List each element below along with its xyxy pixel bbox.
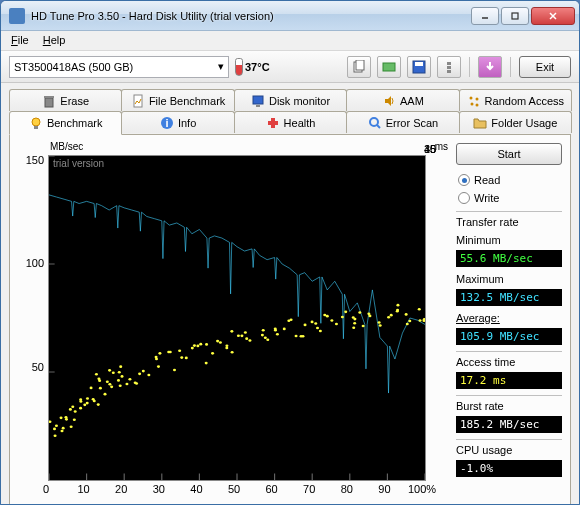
copy-info-button[interactable] (347, 56, 371, 78)
tab-disk-monitor[interactable]: Disk monitor (234, 89, 347, 111)
scan-icon (368, 116, 382, 130)
tab-info[interactable]: iInfo (121, 111, 234, 133)
svg-point-123 (283, 328, 286, 331)
toolbar-divider-2 (510, 57, 511, 77)
svg-rect-16 (256, 105, 260, 107)
svg-point-65 (93, 400, 96, 403)
minimize-button[interactable] (471, 7, 499, 25)
folder-icon (473, 116, 487, 130)
svg-point-134 (316, 327, 319, 330)
tab-error-scan[interactable]: Error Scan (346, 111, 459, 133)
menubar: File Help (1, 31, 579, 51)
svg-rect-14 (134, 95, 142, 107)
svg-point-155 (405, 313, 408, 316)
menu-file[interactable]: File (5, 33, 35, 48)
y-axis-left: 50100150 (18, 143, 46, 497)
svg-rect-26 (268, 121, 278, 125)
svg-point-97 (185, 357, 188, 360)
menu-help[interactable]: Help (37, 33, 72, 48)
tab-aam[interactable]: AAM (346, 89, 459, 111)
screenshot-button[interactable] (377, 56, 401, 78)
y-axis-right-unit: ms (435, 141, 448, 152)
svg-point-76 (108, 383, 111, 386)
svg-point-91 (157, 365, 160, 368)
write-radio[interactable]: Write (456, 191, 562, 205)
minimum-value: 55.6 MB/sec (456, 250, 562, 267)
toolbar: ST3500418AS (500 GB) ▾ 37°C Exit (1, 51, 579, 83)
svg-point-61 (86, 397, 89, 400)
average-label: Average: (456, 312, 562, 324)
svg-point-142 (353, 322, 356, 325)
svg-point-44 (54, 434, 57, 437)
chart-area: MB/sec ms 50100150 153045 trial version … (18, 143, 450, 497)
svg-point-127 (295, 335, 298, 338)
svg-rect-9 (447, 62, 451, 65)
x-axis: 0102030405060708090100% (46, 483, 422, 497)
titlebar[interactable]: HD Tune Pro 3.50 - Hard Disk Utility (tr… (1, 1, 579, 31)
tab-benchmark[interactable]: Benchmark (9, 111, 122, 135)
chart-canvas: trial version (48, 155, 426, 481)
svg-point-98 (180, 356, 183, 359)
svg-point-156 (396, 310, 399, 313)
drive-select[interactable]: ST3500418AS (500 GB) ▾ (9, 56, 229, 78)
tab-file-benchmark[interactable]: File Benchmark (121, 89, 234, 111)
skip-button[interactable] (478, 56, 502, 78)
tab-erase[interactable]: Erase (9, 89, 122, 111)
svg-point-109 (225, 344, 228, 347)
svg-point-110 (230, 330, 233, 333)
maximize-button[interactable] (501, 7, 529, 25)
svg-point-27 (370, 118, 378, 126)
average-value: 105.9 MB/sec (456, 328, 562, 345)
read-radio[interactable]: Read (456, 173, 562, 187)
svg-rect-12 (45, 98, 53, 107)
svg-point-129 (301, 335, 304, 338)
svg-point-117 (261, 334, 264, 337)
svg-rect-11 (447, 70, 451, 73)
svg-point-106 (216, 340, 219, 343)
svg-point-86 (135, 382, 138, 385)
options-button[interactable] (437, 56, 461, 78)
svg-point-145 (362, 325, 365, 328)
svg-point-119 (266, 338, 269, 341)
radio-icon (458, 174, 470, 186)
speaker-icon (382, 94, 396, 108)
window-title: HD Tune Pro 3.50 - Hard Disk Utility (tr… (31, 10, 469, 22)
radio-icon (458, 192, 470, 204)
svg-point-52 (70, 425, 73, 428)
svg-point-45 (53, 428, 56, 431)
svg-point-55 (71, 405, 74, 408)
y-axis-left-unit: MB/sec (50, 141, 83, 152)
app-window: HD Tune Pro 3.50 - Hard Disk Utility (tr… (0, 0, 580, 505)
monitor-icon (251, 94, 265, 108)
svg-point-95 (178, 349, 181, 352)
start-button[interactable]: Start (456, 143, 562, 165)
svg-point-62 (90, 387, 93, 390)
tab-health[interactable]: Health (234, 111, 347, 133)
svg-point-83 (128, 378, 131, 381)
svg-rect-13 (44, 96, 54, 98)
svg-point-20 (475, 103, 478, 106)
tab-area: EraseFile BenchmarkDisk monitorAAMRandom… (1, 83, 579, 505)
svg-point-143 (352, 326, 355, 329)
svg-point-51 (69, 408, 72, 411)
svg-rect-5 (356, 60, 364, 70)
svg-point-60 (79, 398, 82, 401)
tab-random-access[interactable]: Random Access (459, 89, 572, 111)
svg-point-94 (169, 351, 172, 354)
toolbar-divider (469, 57, 470, 77)
burst-rate-value: 185.2 MB/sec (456, 416, 562, 433)
svg-point-107 (219, 341, 222, 344)
svg-point-113 (240, 335, 243, 338)
svg-point-81 (119, 365, 122, 368)
close-button[interactable] (531, 7, 575, 25)
svg-point-108 (225, 347, 228, 350)
svg-point-46 (61, 430, 64, 433)
exit-button[interactable]: Exit (519, 56, 571, 78)
svg-point-78 (121, 375, 124, 378)
svg-rect-6 (383, 63, 395, 71)
svg-point-136 (323, 314, 326, 317)
svg-point-131 (311, 321, 314, 324)
svg-point-116 (245, 337, 248, 340)
tab-folder-usage[interactable]: Folder Usage (459, 111, 572, 133)
save-button[interactable] (407, 56, 431, 78)
